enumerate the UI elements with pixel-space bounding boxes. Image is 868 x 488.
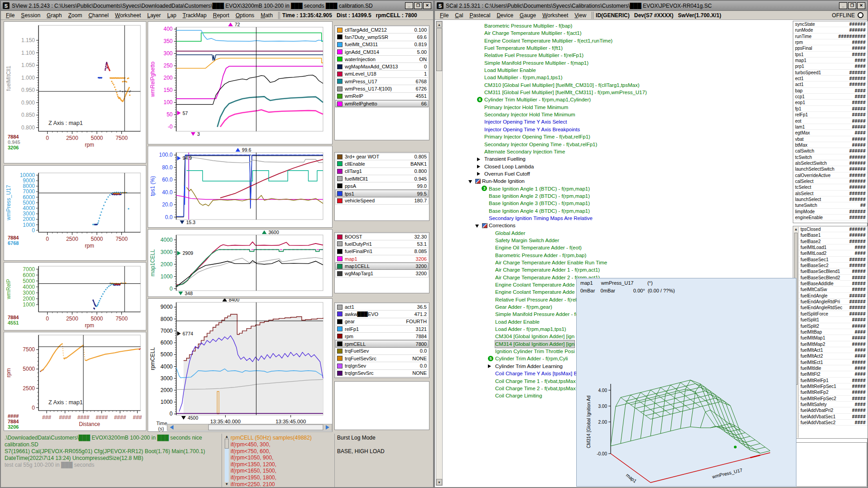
- live-value-row-fuelendanglertdsec[interactable]: fuelEndAngleRtdSec######: [799, 305, 868, 311]
- tree-item-7[interactable]: Load Multiplier - f(rpm,map1,tps1): [444, 74, 792, 81]
- legend-row-wgmapmaxadd-cm313[interactable]: wgMapMaxAdd_CM3130: [335, 63, 429, 70]
- tree-item-27[interactable]: Corrections: [444, 222, 792, 229]
- live-value-row-syncstate[interactable]: syncState######: [793, 21, 868, 27]
- legend-row-fan7duty-wmpssr[interactable]: fan7Duty_wmpSSR69.6: [335, 33, 429, 41]
- scroll-down-icon[interactable]: ▼: [225, 482, 229, 486]
- live-value-row-fuelmltrelfpsec1[interactable]: fuelMltRelFpSec1#####: [799, 383, 868, 389]
- live-value-row-fueladdvbatsec1[interactable]: fuelAddVbatSec1#####: [799, 414, 868, 420]
- chart-map1cell[interactable]: 01000200030004000map1CELL36002909348: [148, 229, 333, 297]
- live-value-row-fuelbasesec1[interactable]: fuelBaseSec1######: [799, 257, 868, 263]
- tree-item-17[interactable]: Alternate Secondary Injection Time: [444, 148, 792, 155]
- chevron-right-icon[interactable]: [488, 364, 491, 368]
- live-value-row-ccp1[interactable]: ccp1####: [793, 94, 868, 100]
- live-value-row-fuelmltft2[interactable]: fuelMltFt2####: [799, 371, 868, 377]
- menu-cal[interactable]: Cal: [452, 12, 466, 19]
- tree-item-26[interactable]: Secondary Ignition Timing Maps Are Relat…: [444, 215, 792, 222]
- tree-item-16[interactable]: Secondary Injector Opening Time - f(vbat…: [444, 141, 792, 148]
- legend-row-waterinjection[interactable]: waterInjectionON: [335, 56, 429, 63]
- tree-item-18[interactable]: Transient Fuelling: [444, 155, 792, 163]
- menu-gauge[interactable]: Gauge: [516, 12, 539, 19]
- chart-wmpress[interactable]: 0100020003000400050006000700080009000100…: [4, 165, 146, 261]
- tree-item-33[interactable]: Air Charge Temperature Adder 1 - f(rpm,a…: [444, 266, 792, 273]
- tree-item-9[interactable]: CM311 [Global Fuel Multiplier] [fuelMlt_…: [444, 89, 792, 96]
- tree-item-28[interactable]: Global Adder: [444, 230, 792, 237]
- tree-item-0[interactable]: Barometric Pressure Multiplier - f(bap): [444, 22, 792, 29]
- live-value-row-fuelmltact2[interactable]: fuelMltAct2####: [799, 353, 868, 359]
- live-value-row-tpsclosed[interactable]: tpsClosed######: [799, 226, 868, 232]
- legend-row-act1[interactable]: act136.5: [335, 303, 429, 311]
- tree-item-8[interactable]: CM310 [Global Fuel Multiplier] [fuelMlt_…: [444, 81, 792, 89]
- legend-row-trqignsev[interactable]: trqIgnSev0.0: [335, 362, 429, 369]
- live-value-row-fuelsplit1[interactable]: fuelSplit1#####: [799, 317, 868, 323]
- live-value-row-fuelmltmap1[interactable]: fuelMltMap1#####: [799, 335, 868, 341]
- live-value-row-caloverrideactive[interactable]: calOverrideActive######: [793, 172, 868, 178]
- live-value-row-fuelbasesecblend2[interactable]: fuelBaseSecBlend2#####: [799, 275, 868, 281]
- live-value-row-fuelendanglertdpri[interactable]: fuelEndAngleRtdPri######: [799, 299, 868, 305]
- menu-file[interactable]: File: [3, 12, 18, 19]
- live-value-row-fuelmltrelfpsec2[interactable]: fuelMltRelFpSec2#####: [799, 396, 868, 402]
- live-value-row-calselect[interactable]: calSelect######: [793, 178, 868, 184]
- live-value-row-runtime[interactable]: runTime##########: [793, 33, 868, 39]
- chevron-right-icon[interactable]: [477, 172, 480, 176]
- chevron-down-icon[interactable]: [475, 225, 479, 228]
- tree-item-13[interactable]: Injector Opening Time Y Axis Select: [444, 118, 792, 125]
- scroll-up-icon[interactable]: ▲: [436, 21, 442, 28]
- menu-trackmap[interactable]: TrackMap: [179, 12, 210, 19]
- legend-row-fueldutypri1[interactable]: fuelDutyPri153.1: [335, 240, 429, 248]
- live-value-row-fuelbasesecblend1[interactable]: fuelBaseSecBlend1#####: [799, 268, 868, 274]
- tree-item-22[interactable]: 3Base Ignition Angle 1 (BTDC) - f(rpm,ma…: [444, 185, 792, 192]
- live-value-row-fuelmltrelfp1[interactable]: fuelMltRelFp1#####: [799, 378, 868, 383]
- menu-report[interactable]: Report: [210, 12, 232, 19]
- live-value-row-fuelmltsafety[interactable]: fuelMltSafety####: [799, 402, 868, 407]
- scal-titlebar[interactable]: S SCal 2.15.321 : C:\Users\Public\Docume…: [435, 1, 867, 11]
- live-value-row-lam1[interactable]: lam1#####: [793, 124, 868, 130]
- scroll-thumb[interactable]: [436, 28, 442, 71]
- legend-row-clltarg1[interactable]: cllTarg10.800: [335, 168, 429, 175]
- menu-device[interactable]: Device: [493, 12, 516, 19]
- tree-item-14[interactable]: Injector Opening Time Y Axis Breakpoints: [444, 126, 792, 133]
- legend-row-wmlevel-u18[interactable]: wmLevel_U181: [335, 71, 429, 78]
- live-value-row-eop1[interactable]: eop1#####: [793, 100, 868, 105]
- tree-item-32[interactable]: Air Charge Temperature Adder Enable Run …: [444, 259, 792, 266]
- menu-zoom[interactable]: Zoom: [65, 12, 85, 19]
- close-button[interactable]: ✕: [857, 2, 865, 9]
- live-value-row-ect1[interactable]: ect1######: [793, 76, 868, 81]
- legend-row-vehiclespeed[interactable]: vehicleSpeed180.7: [335, 197, 429, 205]
- chart-fuelmltcll1[interactable]: 0.8000.8500.9000.9501.0001.0501.1001.150…: [4, 21, 146, 163]
- tree-item-29[interactable]: Safety Margin Switch Adder: [444, 237, 792, 244]
- legend-row-awkw-evo[interactable]: awkw███EVO471.2: [335, 311, 429, 318]
- legend-row-ppsa[interactable]: ppsA99.0: [335, 182, 429, 190]
- live-value-row-fuelendangle[interactable]: fuelEndAngle######: [799, 293, 868, 299]
- legend-row-3rd-gear-wot[interactable]: 3rd+ gear WOT0.805: [335, 153, 429, 160]
- menu-view[interactable]: View: [571, 12, 589, 19]
- tree-item-19[interactable]: Closed Loop Lambda: [444, 163, 792, 170]
- menu-graph[interactable]: Graph: [43, 12, 65, 19]
- chevron-right-icon[interactable]: [477, 158, 480, 161]
- chevron-right-icon[interactable]: [477, 165, 480, 168]
- live-value-row-fuelsplitforce[interactable]: fuelSplitForce######: [799, 311, 868, 317]
- legend-row-gear[interactable]: gearFOURTH: [335, 318, 429, 325]
- legend-row-trqignsevsrc[interactable]: trqIgnSevSrcNONE: [335, 370, 429, 377]
- menu-math[interactable]: Math: [257, 12, 276, 19]
- close-button[interactable]: ✕: [423, 2, 431, 9]
- legend-row-fuelmltcll1[interactable]: fuelMltCll10.945: [335, 175, 429, 182]
- live-value-row-fuelbase2[interactable]: fuelBase2######: [799, 239, 868, 244]
- live-value-row-calswitch[interactable]: calSwitch######: [793, 148, 868, 154]
- legend-row-rpm[interactable]: rpm7884: [335, 333, 429, 340]
- ignition-3d-surface[interactable]: 4.003.002.00-0.00CM314 [Global Ignition …: [577, 294, 796, 486]
- menu-session[interactable]: Session: [18, 12, 43, 19]
- live-value-row-vbat[interactable]: vbat#####: [793, 136, 868, 142]
- chart-tps1[interactable]: 0.020.040.060.080.0100.0tps1 (%)99.694.9…: [148, 146, 333, 228]
- legend-row-relfp1[interactable]: relFp13121: [335, 325, 429, 333]
- live-value-row-alsselectswitch[interactable]: alsSelectSwitch######: [793, 160, 868, 166]
- restore-button[interactable]: ❐: [848, 2, 856, 9]
- legend-row-wgmaptarg1[interactable]: wgMapTarg13200: [335, 270, 429, 277]
- chart-wmrelp[interactable]: 1000200030004000500060007000wmRelP025005…: [4, 262, 146, 330]
- tree-item-31[interactable]: Barometric Pressure Adder - f(rpm,bap): [444, 252, 792, 259]
- live-value-row-fuelmltidle[interactable]: fuelMltIdle####: [799, 365, 868, 371]
- tree-scrollbar[interactable]: ▲ ▼: [436, 21, 443, 486]
- live-value-row-fueladdvbatsec2[interactable]: fuelAddVbatSec2####: [799, 420, 868, 426]
- tree-item-15[interactable]: Primary Injector Opening Time - f(vbat,r…: [444, 133, 792, 140]
- live-value-row-fuelsplit2[interactable]: fuelSplit2#####: [799, 323, 868, 329]
- live-value-row-ppsfinal[interactable]: ppsFinal#####: [793, 45, 868, 51]
